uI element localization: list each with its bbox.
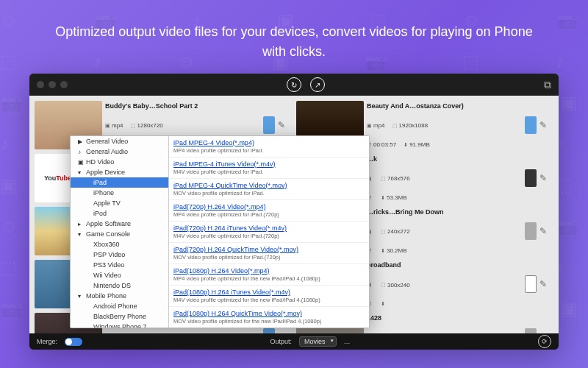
format-icon: ▣ bbox=[105, 123, 110, 129]
category-item[interactable]: iPod bbox=[71, 208, 168, 219]
category-item[interactable]: Android Phone bbox=[71, 301, 168, 311]
merge-toggle[interactable] bbox=[65, 338, 82, 346]
refresh-button[interactable]: ↻ bbox=[287, 77, 301, 92]
category-item[interactable]: ▾Mobile Phone bbox=[71, 291, 168, 301]
category-label: iPhone bbox=[93, 189, 114, 197]
tree-glyph-icon: ▾ bbox=[78, 293, 84, 300]
video-title: 1428 bbox=[367, 314, 515, 322]
category-label: HD Video bbox=[86, 158, 114, 166]
edit-icon[interactable]: ✎ bbox=[278, 332, 285, 333]
size-text: 91.9MB bbox=[409, 141, 430, 148]
window-controls[interactable] bbox=[37, 81, 68, 88]
category-item[interactable]: ♪General Audio bbox=[71, 146, 168, 157]
edit-icon[interactable]: ✎ bbox=[539, 120, 547, 130]
profile-list[interactable]: iPad MPEG-4 Video(*.mp4)MP4 video profil… bbox=[169, 136, 369, 328]
format-picker-popup: ▶General Video♪General Audio▣HD Video▾Ap… bbox=[70, 135, 370, 328]
edit-icon[interactable]: ✎ bbox=[539, 173, 547, 183]
profile-title: iPad(1080p) H.264 Video(*.mp4) bbox=[173, 267, 365, 275]
resolution-text: 1280x720 bbox=[137, 122, 163, 129]
card-controls: ✎ bbox=[518, 260, 553, 308]
category-label: BlackBerry Phone bbox=[93, 313, 146, 320]
category-item[interactable]: ▾Apple Device bbox=[71, 167, 168, 177]
profile-description: MP4 video profile optimized for iPad.(72… bbox=[173, 211, 365, 218]
category-item[interactable]: ▸Apple Software bbox=[71, 219, 168, 229]
edit-icon[interactable]: ✎ bbox=[278, 120, 285, 130]
category-label: Android Phone bbox=[93, 302, 137, 310]
category-item[interactable]: Xbox360 bbox=[71, 239, 168, 250]
output-browse-button[interactable]: … bbox=[344, 338, 351, 345]
size-icon: ⬇ bbox=[381, 301, 385, 307]
device-preset-icon[interactable] bbox=[263, 328, 275, 333]
profile-description: MP4 video profile optimized for iPad. bbox=[173, 147, 365, 154]
category-item[interactable]: PS3 Video bbox=[71, 260, 168, 270]
category-label: iPod bbox=[93, 210, 107, 217]
size-icon: ⬇ bbox=[404, 142, 408, 148]
category-label: Game Console bbox=[86, 230, 130, 238]
edit-icon[interactable]: ✎ bbox=[539, 226, 547, 236]
profile-description: M4V video profile optimized for iPad.(72… bbox=[173, 233, 365, 239]
resolution-icon: ⬚ bbox=[381, 229, 386, 235]
video-title: broadband bbox=[367, 261, 515, 269]
device-preset-icon[interactable] bbox=[525, 222, 537, 240]
video-title: …ricks…Bring Me Down bbox=[367, 208, 515, 216]
tree-glyph-icon: ♪ bbox=[78, 149, 84, 155]
category-item[interactable]: iPad bbox=[71, 177, 168, 188]
titlebar: ↻ ↗ ⧉ bbox=[29, 74, 559, 96]
size-icon: ⬇ bbox=[381, 195, 385, 201]
category-label: Mobile Phone bbox=[86, 292, 126, 300]
profile-item[interactable]: iPad(1080p) H.264 Video(*.mp4)MP4 video … bbox=[169, 264, 369, 286]
profile-item[interactable]: iPad(1080p) H.264 iTunes Video(*.m4v)M4V… bbox=[169, 286, 369, 307]
tree-glyph-icon: ▾ bbox=[78, 231, 84, 238]
profile-item[interactable]: iPad(720p) H.264 QuickTime Video(*.mov)M… bbox=[169, 243, 369, 264]
device-preset-icon[interactable] bbox=[263, 116, 275, 134]
profile-item[interactable]: iPad(720p) H.264 iTunes Video(*.m4v)M4V … bbox=[169, 222, 369, 243]
device-preset-icon[interactable] bbox=[525, 328, 537, 333]
category-item[interactable]: BlackBerry Phone bbox=[71, 311, 168, 322]
device-preset-icon[interactable] bbox=[525, 275, 537, 293]
queue-icon[interactable]: ⧉ bbox=[544, 79, 551, 91]
card-controls: ✎ bbox=[518, 101, 553, 149]
tree-glyph-icon: ▣ bbox=[78, 159, 84, 166]
category-label: PS3 Video bbox=[93, 261, 124, 269]
resolution-text: 768x576 bbox=[387, 175, 410, 182]
category-label: PSP Video bbox=[93, 251, 125, 258]
category-item[interactable]: Nintendo DS bbox=[71, 280, 168, 291]
edit-icon[interactable]: ✎ bbox=[539, 332, 547, 333]
video-info: broadband▣⬚300x240⏱⬇ bbox=[367, 260, 515, 308]
category-item[interactable]: ▶General Video bbox=[71, 136, 168, 146]
profile-item[interactable]: iPad MPEG-4 QuickTime Video(*.mov)MOV vi… bbox=[169, 179, 369, 200]
category-label: General Audio bbox=[86, 148, 128, 155]
category-item[interactable]: ▣HD Video bbox=[71, 157, 168, 167]
category-label: Apple Software bbox=[86, 220, 131, 227]
category-item[interactable]: PSP Video bbox=[71, 250, 168, 260]
video-title: Buddy's Baby…School Part 2 bbox=[105, 102, 254, 110]
output-label: Output: bbox=[270, 338, 292, 345]
size-text: 30.2MB bbox=[387, 247, 407, 254]
profile-title: iPad MPEG-4 iTunes Video(*.m4v) bbox=[173, 160, 365, 168]
card-controls: ✎ bbox=[518, 313, 553, 333]
category-tree: ▶General Video♪General Audio▣HD Video▾Ap… bbox=[71, 136, 169, 328]
category-item[interactable]: Windows Phone 7 bbox=[71, 322, 168, 328]
device-preset-icon[interactable] bbox=[525, 169, 537, 187]
profile-description: MOV video profile optimized for iPad. bbox=[173, 190, 365, 197]
profile-item[interactable]: iPad MPEG-4 iTunes Video(*.m4v)M4V video… bbox=[169, 158, 369, 179]
category-item[interactable]: Wii Video bbox=[71, 270, 168, 280]
profile-item[interactable]: iPad(1080p) H.264 QuickTime Video(*.mov)… bbox=[169, 307, 369, 328]
output-folder-select[interactable]: Movies bbox=[299, 336, 337, 347]
edit-icon[interactable]: ✎ bbox=[539, 279, 547, 289]
convert-button[interactable]: ⟳ bbox=[538, 335, 551, 348]
device-preset-icon[interactable] bbox=[525, 116, 537, 134]
profile-item[interactable]: iPad MPEG-4 Video(*.mp4)MP4 video profil… bbox=[169, 136, 369, 158]
app-window: ↻ ↗ ⧉ Buddy's Baby…School Part 2▣mp4⬚128… bbox=[29, 74, 559, 350]
category-item[interactable]: iPhone bbox=[71, 188, 168, 198]
resolution-icon: ⬚ bbox=[381, 176, 386, 182]
share-button[interactable]: ↗ bbox=[310, 77, 325, 92]
tree-glyph-icon: ▸ bbox=[78, 221, 84, 227]
category-label: Xbox360 bbox=[93, 241, 120, 248]
video-title: …k bbox=[367, 155, 515, 163]
category-item[interactable]: Apple TV bbox=[71, 198, 168, 208]
category-item[interactable]: ▾Game Console bbox=[71, 229, 168, 239]
size-text: 53.3MB bbox=[387, 194, 407, 201]
footer-bar: Merge: Output: Movies … ⟳ bbox=[29, 333, 559, 350]
profile-item[interactable]: iPad(720p) H.264 Video(*.mp4)MP4 video p… bbox=[169, 200, 369, 222]
